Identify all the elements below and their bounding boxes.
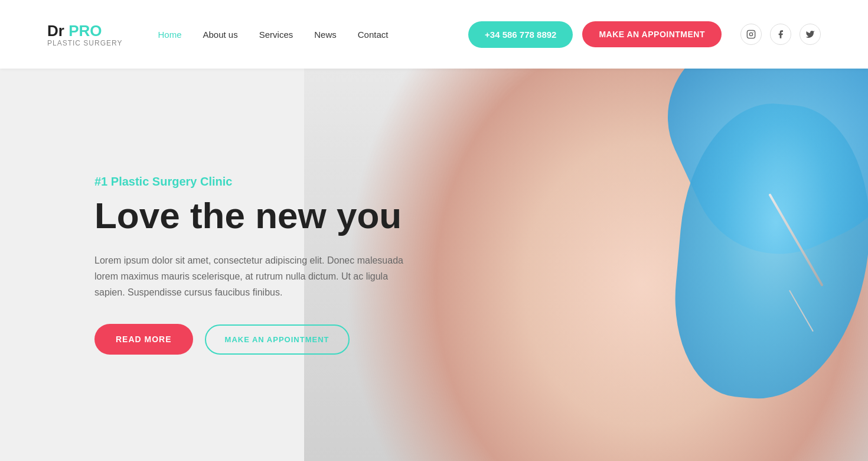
logo-brand: Dr PRO bbox=[47, 22, 122, 40]
hero-content: #1 Plastic Surgery Clinic Love the new y… bbox=[0, 175, 413, 355]
logo-pro: PRO bbox=[68, 22, 102, 40]
nav-home[interactable]: Home bbox=[158, 30, 181, 40]
facebook-icon[interactable] bbox=[770, 24, 791, 45]
phone-button[interactable]: +34 586 778 8892 bbox=[468, 21, 573, 48]
hero-subtitle: #1 Plastic Surgery Clinic bbox=[94, 175, 413, 189]
twitter-icon[interactable] bbox=[800, 24, 821, 45]
logo-subtitle: Plastic Surgery bbox=[47, 39, 122, 47]
main-nav: Home About us Services News Contact bbox=[158, 30, 468, 40]
instagram-icon[interactable] bbox=[740, 24, 762, 45]
read-more-button[interactable]: READ MORE bbox=[94, 324, 193, 355]
svg-rect-0 bbox=[747, 30, 755, 38]
nav-news[interactable]: News bbox=[314, 30, 337, 40]
hero-section: #1 Plastic Surgery Clinic Love the new y… bbox=[0, 69, 868, 461]
hero-title: Love the new you bbox=[94, 196, 413, 236]
header-actions: +34 586 778 8892 MAKE AN APPOINTMENT bbox=[468, 21, 821, 48]
header: Dr PRO Plastic Surgery Home About us Ser… bbox=[0, 0, 868, 69]
social-icons bbox=[740, 24, 821, 45]
appointment-header-button[interactable]: MAKE AN APPOINTMENT bbox=[582, 21, 722, 47]
appointment-hero-button[interactable]: MAKE AN APPOINTMENT bbox=[205, 324, 350, 355]
hero-description: Lorem ipsum dolor sit amet, consectetur … bbox=[94, 252, 413, 301]
svg-point-2 bbox=[753, 32, 753, 33]
svg-point-1 bbox=[749, 33, 752, 35]
hero-buttons: READ MORE MAKE AN APPOINTMENT bbox=[94, 324, 413, 355]
logo[interactable]: Dr PRO Plastic Surgery bbox=[47, 22, 122, 47]
nav-contact[interactable]: Contact bbox=[358, 30, 389, 40]
nav-about[interactable]: About us bbox=[203, 30, 238, 40]
nav-services[interactable]: Services bbox=[259, 30, 293, 40]
